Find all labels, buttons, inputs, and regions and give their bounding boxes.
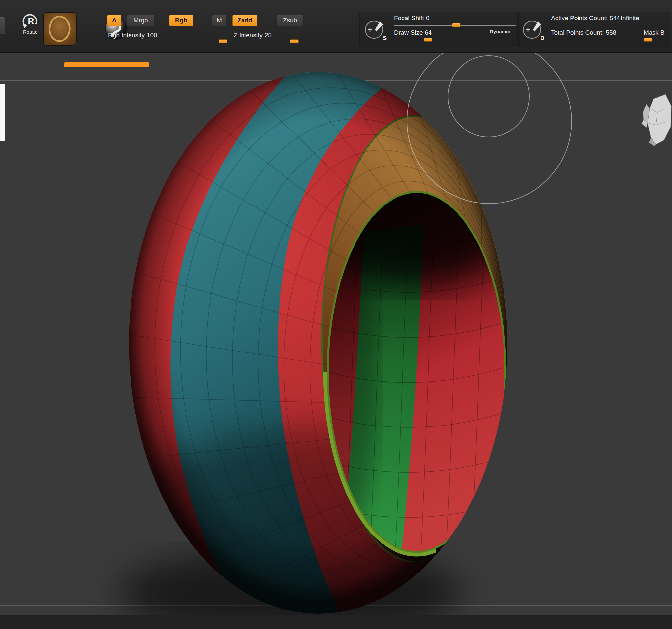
draw-size-track[interactable] [394, 40, 517, 40]
mode-button-rgb[interactable]: Rgb [169, 15, 193, 26]
current-brush-button[interactable] [43, 12, 77, 46]
brush-alpha-icon [44, 13, 76, 45]
draw-mode-button[interactable]: D [521, 19, 545, 42]
focal-shift-value: 0 [426, 15, 430, 22]
active-points-value: 544 [609, 15, 620, 22]
torus-model[interactable] [80, 59, 556, 629]
left-panel-edge[interactable] [0, 83, 5, 141]
z-intensity-label: Z Intensity [234, 32, 263, 39]
mode-button-zadd[interactable]: Zadd [232, 15, 257, 26]
stroke-type-button[interactable]: S [363, 19, 387, 42]
rotate-button[interactable]: R Rotate [17, 12, 44, 46]
active-brush-underline [65, 63, 149, 67]
draw-size-value: 64 [425, 29, 432, 36]
clipped-toolbar-button[interactable] [0, 17, 5, 34]
rgb-intensity-value: 100 [147, 32, 157, 39]
polymesh-head-preview [642, 95, 671, 146]
z-intensity-handle[interactable] [290, 39, 299, 43]
svg-text:R: R [28, 16, 34, 26]
brush-cursor-inner [448, 56, 529, 137]
active-points-count: Active Points Count:544Infinite [551, 15, 639, 22]
z-intensity-value: 25 [265, 32, 271, 39]
mode-button-mrgb[interactable]: Mrgb [127, 15, 154, 26]
infinite-label: Infinite [621, 15, 639, 22]
total-points-value: 558 [606, 29, 616, 36]
rgb-intensity-slider: Rgb Intensity100 [108, 32, 157, 39]
mode-button-m[interactable]: M [212, 15, 226, 26]
mode-button-zsub[interactable]: Zsub [277, 15, 304, 26]
stroke-type-letter: S [383, 35, 387, 42]
sculpt-viewport[interactable] [0, 0, 672, 629]
total-points-label: Total Points Count: [551, 29, 604, 36]
focal-shift-handle[interactable] [452, 23, 460, 27]
focal-shift-label: Focal Shift [394, 15, 424, 22]
rotate-icon: R [21, 12, 40, 30]
dynamic-mode-label[interactable]: Dynamic [489, 29, 510, 34]
rgb-intensity-handle[interactable] [219, 39, 227, 43]
focal-shift-slider: Focal Shift0 [394, 15, 429, 22]
mask-slider-handle[interactable] [644, 38, 652, 42]
mask-slider-label: Mask B [644, 29, 665, 37]
draw-size-label: Draw Size [394, 29, 423, 36]
bottom-frame [0, 615, 672, 629]
draw-mode-letter: D [541, 35, 545, 42]
total-points-count: Total Points Count:558 [551, 29, 616, 37]
top-shelf: R Rotate A Mrgb Rgb M Zadd Zsub Rgb Inte… [0, 0, 672, 53]
active-points-label: Active Points Count: [551, 15, 607, 22]
mode-button-a[interactable]: A [107, 15, 121, 26]
draw-size-slider: Draw Size64 [394, 29, 432, 37]
rgb-intensity-label: Rgb Intensity [108, 32, 145, 39]
rotate-label: Rotate [17, 29, 44, 35]
z-intensity-slider: Z Intensity25 [234, 32, 271, 39]
draw-size-handle[interactable] [424, 38, 432, 42]
rgb-intensity-track[interactable] [108, 42, 230, 42]
